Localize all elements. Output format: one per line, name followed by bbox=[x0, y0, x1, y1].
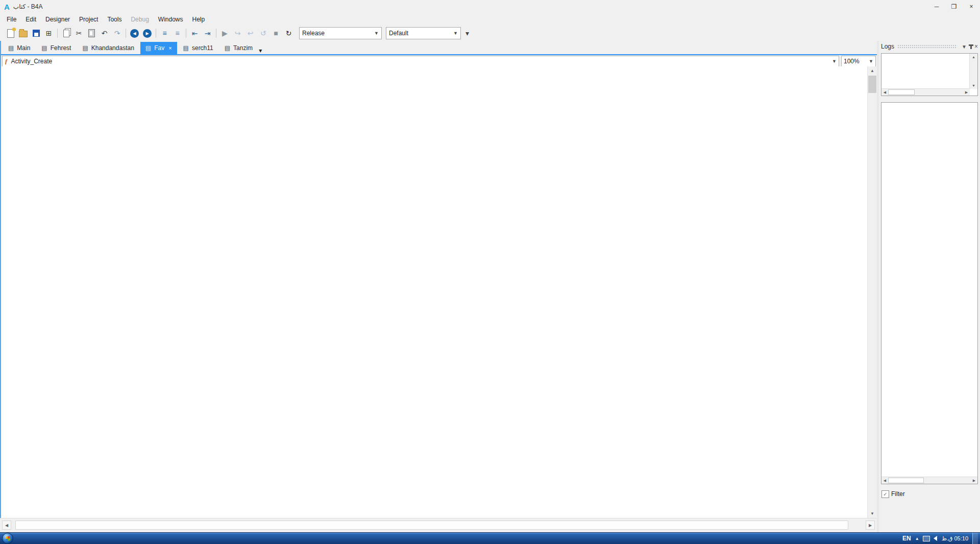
editor-pane: ▤Main▤Fehrest▤Khandandastan▤Fav×▤serch11… bbox=[0, 41, 877, 518]
tab-serch11[interactable]: ▤serch11 bbox=[178, 42, 218, 54]
code-editor[interactable] bbox=[2, 66, 868, 518]
scrollbar-thumb[interactable] bbox=[888, 478, 924, 483]
redo-icon[interactable]: ↷ bbox=[111, 28, 123, 39]
scroll-right-icon[interactable]: ▶ bbox=[963, 89, 970, 96]
sub-navigator-select[interactable]: ƒ Activity_Create ▼ bbox=[2, 56, 839, 67]
compile-icon[interactable]: ↻ bbox=[283, 28, 295, 39]
menu-windows[interactable]: Windows bbox=[154, 14, 188, 25]
tab-tanzim[interactable]: ▤Tanzim bbox=[219, 42, 258, 54]
warnings-vertical-scrollbar[interactable]: ▲ ▼ bbox=[969, 54, 977, 89]
logcat-output-box[interactable]: ◀ ▶ bbox=[881, 102, 978, 484]
volume-icon[interactable] bbox=[934, 536, 937, 541]
window-controls: ─❐× bbox=[928, 0, 980, 13]
form-icon: ▤ bbox=[41, 44, 47, 52]
code-navigator-row: ƒ Activity_Create ▼ 100% ▼ bbox=[1, 55, 877, 66]
chevron-down-icon: ▼ bbox=[374, 31, 379, 36]
menu-file[interactable]: File bbox=[2, 14, 21, 25]
cut-icon[interactable]: ✂ bbox=[73, 28, 85, 39]
menu-tools[interactable]: Tools bbox=[103, 14, 126, 25]
editor-horizontal-scrollbar[interactable]: ◀ ▶ bbox=[0, 518, 877, 532]
logcat-horizontal-scrollbar[interactable]: ◀ ▶ bbox=[881, 477, 977, 484]
form-icon: ▤ bbox=[225, 44, 230, 52]
maximize-button[interactable]: ❐ bbox=[945, 0, 963, 13]
filter-checkbox[interactable]: ✓ bbox=[881, 490, 889, 498]
chevron-down-icon[interactable]: ▼ bbox=[962, 44, 967, 50]
tab-fav[interactable]: ▤Fav× bbox=[140, 42, 177, 54]
scroll-left-icon[interactable]: ◀ bbox=[2, 521, 11, 530]
paste-icon[interactable] bbox=[86, 28, 97, 39]
save-icon[interactable] bbox=[30, 28, 42, 39]
warnings-horizontal-scrollbar[interactable]: ◀ ▶ bbox=[881, 88, 970, 96]
scrollbar-thumb[interactable] bbox=[868, 76, 876, 93]
scrollbar-thumb[interactable] bbox=[888, 89, 915, 95]
step-into-icon[interactable]: ↪ bbox=[232, 28, 243, 39]
stop-icon[interactable]: ■ bbox=[270, 28, 282, 39]
sub-navigator-value: Activity_Create bbox=[11, 58, 53, 65]
filter-label: Filter bbox=[891, 490, 905, 498]
menu-designer[interactable]: Designer bbox=[41, 14, 75, 25]
language-indicator[interactable]: EN bbox=[902, 535, 911, 542]
system-tray: EN ▲ 05:10 ق.ظ bbox=[902, 533, 980, 544]
run-icon[interactable]: ▶ bbox=[219, 28, 231, 39]
tab-khandandastan[interactable]: ▤Khandandastan bbox=[77, 42, 139, 54]
toolbar-separator bbox=[216, 29, 216, 38]
close-button[interactable]: × bbox=[963, 0, 980, 13]
pin-icon[interactable] bbox=[970, 44, 972, 49]
compiler-warnings-box[interactable]: ▲ ▼ ◀ ▶ bbox=[881, 53, 978, 96]
scroll-down-icon[interactable]: ▼ bbox=[868, 509, 877, 518]
indent-icon[interactable]: ⇥ bbox=[202, 28, 213, 39]
logs-title: Logs bbox=[881, 43, 894, 50]
menu-help[interactable]: Help bbox=[188, 14, 210, 25]
scroll-down-icon[interactable]: ▼ bbox=[970, 82, 977, 89]
tab-overflow-icon[interactable]: ▾ bbox=[259, 47, 262, 54]
scroll-right-icon[interactable]: ▶ bbox=[866, 521, 875, 530]
comment-icon[interactable]: ≡ bbox=[159, 28, 170, 39]
profile-select[interactable]: Default▼ bbox=[386, 27, 461, 39]
uncomment-icon[interactable]: ≡ bbox=[172, 28, 183, 39]
start-button[interactable] bbox=[0, 533, 15, 544]
clock[interactable]: 05:10 ق.ظ bbox=[942, 535, 968, 542]
menu-edit[interactable]: Edit bbox=[21, 14, 41, 25]
navigate-back-icon[interactable]: ◀ bbox=[129, 28, 140, 39]
open-project-icon[interactable] bbox=[17, 28, 29, 39]
step-over-icon[interactable]: ↩ bbox=[244, 28, 256, 39]
outdent-icon[interactable]: ⇤ bbox=[189, 28, 201, 39]
tray-expand-icon[interactable]: ▲ bbox=[915, 536, 919, 541]
form-icon: ▤ bbox=[183, 44, 189, 52]
close-panel-icon[interactable]: × bbox=[974, 43, 978, 50]
navigate-forward-icon[interactable]: ▶ bbox=[141, 28, 153, 39]
scroll-right-icon[interactable]: ▶ bbox=[971, 477, 977, 484]
scroll-left-icon[interactable]: ◀ bbox=[881, 477, 888, 484]
network-icon[interactable] bbox=[923, 536, 930, 541]
copy-icon[interactable] bbox=[60, 28, 72, 39]
logs-controls-row: ✓ Filter bbox=[879, 487, 980, 501]
restart-icon[interactable]: ↺ bbox=[257, 28, 269, 39]
export-icon[interactable]: ⊞ bbox=[43, 28, 55, 39]
show-desktop-button[interactable] bbox=[972, 533, 978, 544]
new-file-icon[interactable] bbox=[5, 28, 16, 39]
tab-main[interactable]: ▤Main bbox=[3, 42, 35, 54]
menu-bar: FileEditDesignerProjectToolsDebugWindows… bbox=[0, 13, 980, 26]
app-logo-icon: A bbox=[4, 3, 10, 11]
logs-panel: Logs ▼ × ▲ ▼ ◀ ▶ ◀ ▶ ✓ Filter bbox=[879, 41, 980, 518]
chevron-down-icon: ▼ bbox=[832, 59, 837, 64]
zoom-value: 100% bbox=[844, 58, 860, 65]
undo-icon[interactable]: ↶ bbox=[99, 28, 110, 39]
zoom-select[interactable]: 100% ▼ bbox=[841, 56, 876, 67]
scrollbar-thumb[interactable] bbox=[15, 521, 848, 530]
title-bar: A كتاب - B4A ─❐× bbox=[0, 0, 980, 13]
minimize-button[interactable]: ─ bbox=[928, 0, 945, 13]
toolbar-separator bbox=[156, 29, 156, 38]
scroll-up-icon[interactable]: ▲ bbox=[970, 54, 977, 60]
menu-project[interactable]: Project bbox=[75, 14, 103, 25]
scrollbar-track[interactable] bbox=[13, 521, 864, 530]
close-tab-icon[interactable]: × bbox=[168, 45, 172, 51]
scroll-up-icon[interactable]: ▲ bbox=[868, 66, 877, 75]
form-icon: ▤ bbox=[8, 44, 14, 52]
logs-panel-header: Logs ▼ × bbox=[879, 41, 980, 52]
editor-vertical-scrollbar[interactable]: ▲ ▼ bbox=[867, 66, 877, 518]
overflow-icon[interactable]: ▾ bbox=[461, 28, 473, 39]
build-configuration-select[interactable]: Release▼ bbox=[299, 27, 382, 39]
scroll-left-icon[interactable]: ◀ bbox=[881, 89, 888, 96]
tab-fehrest[interactable]: ▤Fehrest bbox=[36, 42, 76, 54]
